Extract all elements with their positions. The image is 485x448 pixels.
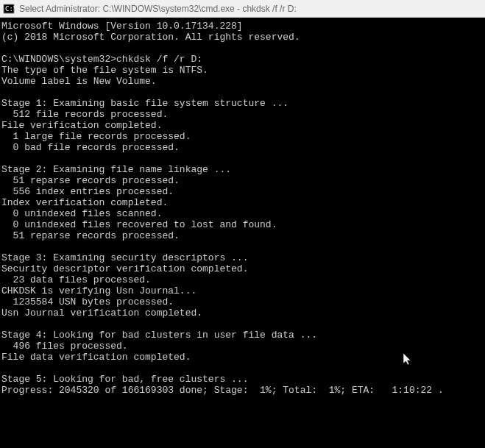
terminal-line — [1, 363, 484, 374]
terminal-line: 0 bad file records processed. — [1, 142, 484, 153]
terminal-line: Stage 5: Looking for bad, free clusters … — [1, 374, 484, 385]
terminal-line: Stage 1: Examining basic file system str… — [1, 98, 484, 109]
terminal-line: Security descriptor verification complet… — [1, 263, 484, 274]
terminal-line: Progress: 2045320 of 166169303 done; Sta… — [1, 385, 484, 396]
terminal-line: 1235584 USN bytes processed. — [1, 296, 484, 307]
terminal-line: Stage 4: Looking for bad clusters in use… — [1, 330, 484, 341]
terminal-line: Stage 3: Examining security descriptors … — [1, 252, 484, 263]
terminal-line: File verification completed. — [1, 120, 484, 131]
terminal-line: Index verification completed. — [1, 197, 484, 208]
terminal-line: 0 unindexed files scanned. — [1, 208, 484, 219]
terminal-line: The type of the file system is NTFS. — [1, 65, 484, 76]
terminal-line: Microsoft Windows [Version 10.0.17134.22… — [1, 21, 484, 32]
terminal-line — [1, 319, 484, 330]
terminal-line: Stage 2: Examining file name linkage ... — [1, 164, 484, 175]
window-title: Select Administrator: C:\WINDOWS\system3… — [19, 4, 297, 14]
terminal-line: C:\WINDOWS\system32>chkdsk /f /r D: — [1, 54, 484, 65]
window-titlebar[interactable]: C:\ Select Administrator: C:\WINDOWS\sys… — [0, 0, 485, 18]
terminal-line — [1, 241, 484, 252]
svg-text:C:\: C:\ — [5, 5, 15, 13]
terminal-line — [1, 43, 484, 54]
terminal-line: 1 large file records processed. — [1, 131, 484, 142]
terminal-line: File data verification completed. — [1, 352, 484, 363]
terminal-line: 512 file records processed. — [1, 109, 484, 120]
terminal-line: 556 index entries processed. — [1, 186, 484, 197]
terminal-line: (c) 2018 Microsoft Corporation. All righ… — [1, 32, 484, 43]
terminal-line: 0 unindexed files recovered to lost and … — [1, 219, 484, 230]
terminal-line: 496 files processed. — [1, 341, 484, 352]
terminal-line — [1, 87, 484, 98]
terminal-line: 51 reparse records processed. — [1, 175, 484, 186]
terminal-output[interactable]: Microsoft Windows [Version 10.0.17134.22… — [0, 18, 485, 399]
terminal-line: 23 data files processed. — [1, 274, 484, 285]
terminal-line: CHKDSK is verifying Usn Journal... — [1, 285, 484, 296]
terminal-line: Usn Journal verification completed. — [1, 307, 484, 319]
cmd-icon: C:\ — [3, 3, 15, 15]
terminal-line — [1, 153, 484, 164]
terminal-line: Volume label is New Volume. — [1, 76, 484, 87]
terminal-line: 51 reparse records processed. — [1, 230, 484, 241]
